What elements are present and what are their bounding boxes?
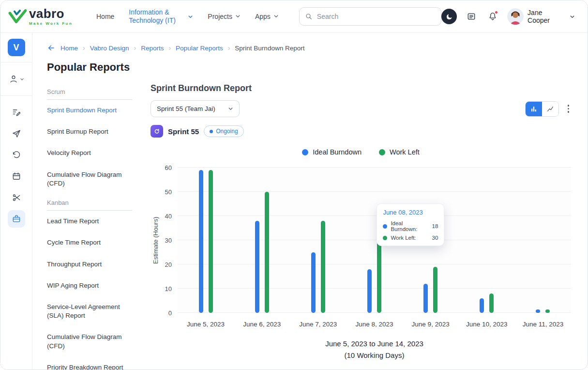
page-title: Popular Reports — [47, 61, 571, 74]
chart-legend: Ideal BurndownWork Left — [151, 148, 571, 156]
user-icon — [9, 74, 18, 84]
content-area: Home›Vabro Design›Reports›Popular Report… — [32, 33, 588, 370]
scissors-icon — [12, 193, 21, 202]
sprint-selector-value: Sprint 55 (Team Jai) — [157, 105, 215, 112]
nav-item-projects[interactable]: Projects — [208, 13, 241, 21]
legend-label: Ideal Burndown — [313, 148, 362, 156]
legend-label: Work Left — [390, 148, 420, 156]
tooltip-series-label: Ideal Burndown: — [391, 220, 428, 232]
sprint-status-badge[interactable]: Ongoing — [204, 125, 243, 137]
chart-plot-area: June 08, 2023 Ideal Burndown:18Work Left… — [178, 168, 571, 313]
notifications-button[interactable] — [486, 10, 499, 23]
chevron-down-icon — [273, 14, 279, 19]
main-nav: HomeInformation & Technology (IT)Project… — [96, 8, 279, 25]
bar-chart-toggle[interactable] — [526, 102, 542, 116]
breadcrumb-separator: › — [228, 44, 230, 52]
bar-ideal-burndown[interactable] — [367, 269, 372, 313]
profile-menu[interactable]: Jane Cooper — [507, 8, 575, 25]
sidebar-item-sprint-burnup-report[interactable]: Sprint Burnup Report — [47, 121, 132, 142]
bar-ideal-burndown[interactable] — [199, 170, 203, 313]
y-tick-label: 40 — [165, 213, 172, 220]
chart-bars — [178, 168, 571, 313]
bar-work-left[interactable] — [265, 192, 269, 313]
brand-logo[interactable]: vabro Make Work Fun — [8, 7, 80, 26]
sidebar-item-service-level-agreement-sla-report[interactable]: Service-Level Agreement (SLA) Report — [47, 296, 132, 326]
bar-group-june-7-2023 — [290, 168, 346, 313]
chart-tooltip: June 08, 2023 Ideal Burndown:18Work Left… — [377, 203, 444, 246]
bar-work-left[interactable] — [489, 293, 494, 313]
report-title: Sprint Burndown Report — [151, 83, 571, 93]
bar-work-left[interactable] — [377, 240, 381, 313]
legend-dot — [302, 149, 308, 155]
caption-date-range: June 5, 2023 to June 14, 2023 — [178, 339, 571, 348]
more-options-button[interactable] — [566, 103, 572, 115]
user-switcher-button[interactable] — [5, 70, 28, 88]
sidebar-item-lead-time-report[interactable]: Lead Time Report — [47, 211, 132, 232]
breadcrumb-separator: › — [83, 44, 85, 52]
sidebar-item-wip-aging-report[interactable]: WIP Aging Report — [47, 275, 132, 296]
y-tick-label: 30 — [165, 237, 172, 244]
bar-ideal-burndown[interactable] — [480, 298, 484, 313]
back-button[interactable] — [47, 44, 56, 52]
reports-button[interactable] — [8, 210, 25, 228]
sidebar-item-velocity-report[interactable]: Velocity Report — [47, 142, 132, 164]
bar-work-left[interactable] — [321, 221, 325, 313]
sidebar-item-cycle-time-report[interactable]: Cycle Time Report — [47, 232, 132, 253]
breadcrumb-item-vabro-design[interactable]: Vabro Design — [90, 45, 129, 52]
nav-item-label: Home — [96, 13, 114, 21]
nav-item-label: Projects — [208, 13, 232, 21]
status-dot — [210, 130, 213, 133]
bar-work-left[interactable] — [209, 170, 213, 313]
calendar-button[interactable] — [8, 168, 25, 185]
bar-ideal-burndown[interactable] — [536, 309, 540, 313]
sidebar-item-priority-breakdown-report[interactable]: Priority Breakdown Report — [47, 357, 132, 370]
legend-item-ideal-burndown: Ideal Burndown — [302, 148, 362, 156]
top-navbar: vabro Make Work Fun HomeInformation & Te… — [0, 0, 588, 33]
line-chart-toggle[interactable] — [542, 102, 558, 116]
sprint-selector[interactable]: Sprint 55 (Team Jai) — [151, 100, 240, 117]
line-chart-icon — [546, 105, 554, 113]
nav-item-apps[interactable]: Apps — [255, 13, 279, 21]
x-axis-label: June 7, 2023 — [290, 321, 346, 328]
search-input[interactable] — [299, 7, 441, 26]
breadcrumb-item-home[interactable]: Home — [60, 45, 78, 52]
calendar-icon — [12, 171, 21, 181]
tools-button[interactable] — [8, 189, 25, 206]
nav-item-home[interactable]: Home — [96, 13, 114, 21]
report-panel: Sprint Burndown Report Sprint 55 (Team J… — [151, 83, 571, 359]
paper-plane-icon — [12, 129, 21, 139]
tooltip-series-dot — [383, 236, 387, 240]
bar-work-left[interactable] — [545, 309, 550, 313]
sidebar-item-cumulative-flow-diagram-cfd[interactable]: Cumulative Flow Diagram (CFD) — [47, 326, 132, 356]
breadcrumb-separator: › — [168, 44, 171, 52]
sprint-header: Sprint 55 Ongoing — [151, 125, 571, 138]
feed-button[interactable] — [465, 10, 478, 23]
breadcrumb-item-popular-reports[interactable]: Popular Reports — [176, 45, 223, 52]
sidebar-item-sprint-burndown-report[interactable]: Sprint Burndown Report — [47, 100, 132, 121]
breadcrumb-items: Home›Vabro Design›Reports›Popular Report… — [60, 44, 304, 52]
bar-ideal-burndown[interactable] — [311, 252, 316, 313]
breadcrumb-item-reports[interactable]: Reports — [141, 45, 164, 52]
theme-toggle-button[interactable] — [441, 9, 457, 24]
send-button[interactable] — [8, 125, 25, 142]
chevron-down-icon — [228, 106, 233, 111]
sidebar-item-cumulative-flow-diagram-cfd[interactable]: Cumulative Flow Diagram (CFD) — [47, 164, 132, 194]
sidebar-item-throughput-report[interactable]: Throughput Report — [47, 254, 132, 275]
bar-ideal-burndown[interactable] — [423, 284, 428, 313]
nav-item-it[interactable]: Information & Technology (IT) — [129, 8, 193, 25]
brand-name: vabro — [29, 7, 73, 20]
bar-ideal-burndown[interactable] — [255, 221, 259, 313]
feed-icon — [467, 12, 476, 21]
bar-work-left[interactable] — [433, 267, 437, 313]
history-button[interactable] — [8, 146, 25, 164]
tooltip-row-work-left: Work Left:30 — [383, 235, 438, 241]
left-rail: V — [0, 33, 32, 370]
tasks-button[interactable] — [8, 104, 25, 121]
search-box — [299, 7, 441, 26]
chevron-down-icon — [188, 14, 193, 19]
legend-dot — [379, 149, 385, 155]
breadcrumb-item-sprint-burndown-report: Sprint Burndown Report — [235, 45, 304, 52]
workspace-tile[interactable]: V — [8, 39, 25, 56]
sprint-status-label: Ongoing — [216, 128, 238, 135]
brand-tagline: Make Work Fun — [29, 21, 73, 26]
